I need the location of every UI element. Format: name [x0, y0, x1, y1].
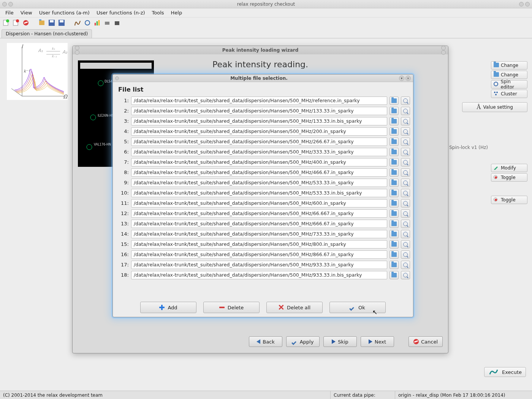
wizard-close-icon[interactable] — [441, 50, 446, 55]
window-menu-icon[interactable] — [2, 2, 7, 6]
preview-button[interactable] — [401, 250, 410, 259]
wizard-min-icon[interactable] — [75, 50, 79, 55]
execute-button[interactable]: Execute — [484, 367, 526, 377]
browse-button[interactable] — [390, 230, 399, 238]
preview-button[interactable] — [401, 148, 410, 156]
tab-dispersion[interactable]: Dispersion - Hansen (non-clustered) — [2, 29, 92, 38]
toggle-button-2[interactable]: Toggle — [491, 196, 527, 204]
spin-editor-button[interactable]: Spin editor — [491, 80, 527, 89]
preview-button[interactable] — [401, 138, 410, 146]
file-path-input[interactable] — [131, 261, 387, 269]
toolbar-open-icon[interactable] — [38, 19, 46, 27]
browse-button[interactable] — [390, 127, 399, 136]
wizard-next-button[interactable]: Next — [361, 336, 394, 347]
browse-button[interactable] — [390, 220, 399, 228]
browse-button[interactable] — [390, 240, 399, 249]
preview-button[interactable] — [401, 168, 410, 177]
file-path-input[interactable] — [131, 107, 387, 115]
preview-button[interactable] — [401, 271, 410, 279]
preview-button[interactable] — [401, 127, 410, 136]
delete-button[interactable]: Delete — [203, 302, 260, 313]
menu-tools[interactable]: Tools — [149, 9, 167, 17]
file-path-input[interactable] — [131, 138, 387, 146]
toggle-button-1[interactable]: Toggle — [491, 173, 527, 182]
file-path-input[interactable] — [131, 117, 387, 125]
preview-button[interactable] — [401, 158, 410, 166]
window-close-icon[interactable] — [525, 2, 530, 6]
wizard-back-button[interactable]: Back — [249, 336, 282, 347]
file-path-input[interactable] — [131, 220, 387, 228]
wizard-apply-button[interactable]: Apply — [286, 336, 320, 347]
menu-file[interactable]: File — [2, 9, 17, 17]
file-path-input[interactable] — [131, 158, 387, 166]
toolbar-pipe-icon[interactable] — [103, 19, 111, 27]
browse-button[interactable] — [390, 97, 399, 105]
change-button-1[interactable]: Change — [491, 61, 527, 70]
file-path-input[interactable] — [131, 127, 387, 136]
preview-button[interactable] — [401, 189, 410, 197]
file-path-input[interactable] — [131, 97, 387, 105]
wizard-max-icon[interactable] — [441, 46, 446, 50]
wizard-menu-icon[interactable] — [75, 46, 79, 50]
menu-userfn-am[interactable]: User functions (a-m) — [36, 9, 93, 17]
browse-button[interactable] — [390, 271, 399, 279]
browse-button[interactable] — [390, 261, 399, 269]
file-path-input[interactable] — [131, 240, 387, 249]
preview-button[interactable] — [401, 199, 410, 207]
browse-button[interactable] — [390, 107, 399, 115]
toolbar-new-icon[interactable] — [2, 19, 10, 27]
browse-button[interactable] — [390, 209, 399, 218]
value-setting-button[interactable]: ÅValue setting — [462, 102, 527, 112]
toolbar-chart-icon[interactable] — [93, 19, 101, 27]
toolbar-db-icon[interactable] — [113, 19, 121, 27]
menu-help[interactable]: Help — [168, 9, 185, 17]
cluster-button[interactable]: Cluster — [491, 90, 527, 98]
add-button[interactable]: Add — [140, 302, 196, 313]
preview-button[interactable] — [401, 117, 410, 125]
preview-button[interactable] — [401, 230, 410, 238]
preview-button[interactable] — [401, 240, 410, 249]
toolbar-close-icon[interactable] — [12, 19, 20, 27]
window-minimize-icon[interactable] — [8, 2, 13, 6]
toolbar-relax-icon[interactable] — [74, 19, 81, 27]
browse-button[interactable] — [390, 117, 399, 125]
ok-button[interactable]: Ok — [329, 302, 386, 313]
change-button-2[interactable]: Change — [491, 71, 527, 79]
preview-button[interactable] — [401, 179, 410, 187]
menu-userfn-nz[interactable]: User functions (n-z) — [93, 9, 148, 17]
file-list[interactable]: 1:2:3:4:5:6:7:8:9:10:11:12:13:14:15:16:1… — [113, 95, 413, 298]
toolbar-saveas-icon[interactable] — [58, 19, 65, 27]
preview-button[interactable] — [401, 220, 410, 228]
file-path-input[interactable] — [131, 148, 387, 156]
file-path-input[interactable] — [131, 271, 387, 279]
browse-button[interactable] — [390, 168, 399, 177]
menu-view[interactable]: View — [17, 9, 35, 17]
preview-button[interactable] — [401, 97, 410, 105]
file-path-input[interactable] — [131, 189, 387, 197]
window-max-icon[interactable] — [519, 2, 524, 6]
file-path-input[interactable] — [131, 199, 387, 207]
toolbar-spin-icon[interactable] — [84, 19, 91, 27]
file-path-input[interactable] — [131, 230, 387, 238]
browse-button[interactable] — [390, 148, 399, 156]
modify-button[interactable]: Modify — [491, 164, 527, 172]
preview-button[interactable] — [401, 209, 410, 218]
file-path-input[interactable] — [131, 168, 387, 177]
file-path-input[interactable] — [131, 209, 387, 218]
wizard-skip-button[interactable]: Skip — [323, 336, 357, 347]
toolbar-save-icon[interactable] — [48, 19, 55, 27]
browse-button[interactable] — [390, 250, 399, 259]
delete-all-button[interactable]: Delete all — [266, 302, 323, 313]
browse-button[interactable] — [390, 138, 399, 146]
wizard-cancel-button[interactable]: Cancel — [408, 336, 443, 347]
browse-button[interactable] — [390, 179, 399, 187]
filedlg-minimize-icon[interactable]: ▾ — [399, 76, 404, 81]
filedlg-menu-icon[interactable] — [115, 76, 119, 80]
browse-button[interactable] — [390, 158, 399, 166]
preview-button[interactable] — [401, 261, 410, 269]
browse-button[interactable] — [390, 199, 399, 207]
preview-button[interactable] — [401, 107, 410, 115]
filedlg-close-icon[interactable]: × — [405, 76, 411, 81]
toolbar-stop-icon[interactable] — [22, 19, 30, 27]
browse-button[interactable] — [390, 189, 399, 197]
